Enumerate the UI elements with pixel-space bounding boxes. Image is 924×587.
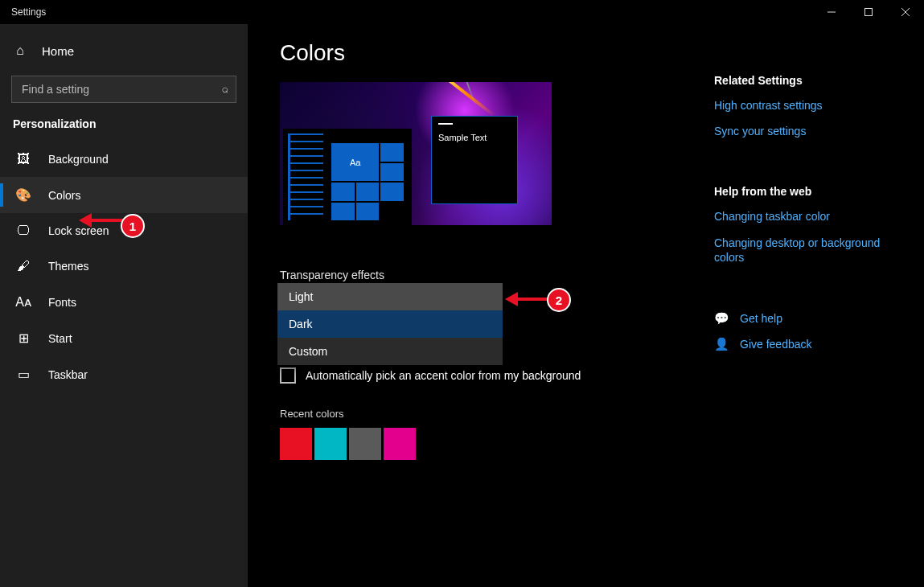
preview-start-panel: Aa [283,129,412,225]
fonts-icon: Aᴀ [16,294,31,310]
recent-color-swatch[interactable] [384,428,416,460]
app-name: Settings [11,6,46,18]
recent-color-swatch[interactable] [349,428,381,460]
search-input[interactable] [11,76,236,103]
sidebar-item-fonts[interactable]: AᴀFonts [0,284,248,320]
get-help-row[interactable]: 💬 Get help [714,311,907,326]
themes-icon: 🖌 [16,259,31,273]
annotation-badge-2: 2 [547,288,571,312]
feedback-icon: 👤 [714,337,729,351]
start-icon: ⊞ [16,330,31,346]
give-feedback-row[interactable]: 👤 Give feedback [714,337,907,351]
sidebar-item-label: Start [48,332,72,345]
minimize-button[interactable] [813,0,850,24]
image-icon: 🖼 [16,152,31,166]
sidebar-item-background[interactable]: 🖼Background [0,142,248,177]
palette-icon: 🎨 [16,187,31,203]
recent-color-swatch[interactable] [314,428,347,460]
web-help-link[interactable]: Changing desktop or background colors [714,236,907,265]
preview-sample-text: Sample Text [438,133,511,142]
sidebar-item-start[interactable]: ⊞Start [0,320,248,356]
home-nav[interactable]: ⌂ Home [0,35,248,66]
color-mode-option-custom[interactable]: Custom [277,338,503,365]
give-feedback-link[interactable]: Give feedback [740,337,812,351]
recent-colors-label: Recent colors [280,408,698,420]
related-link[interactable]: High contrast settings [714,98,907,113]
home-icon: ⌂ [13,43,27,58]
preview-sample-window: Sample Text [431,116,518,204]
color-mode-option-light[interactable]: Light [277,283,503,310]
sidebar-item-taskbar[interactable]: ▭Taskbar [0,356,248,392]
close-button[interactable] [887,0,924,24]
sidebar-item-colors[interactable]: 🎨Colors [0,177,248,213]
search-wrap: ⌕ [11,76,236,103]
preview-tile-aa: Aa [331,143,379,181]
sidebar-item-themes[interactable]: 🖌Themes [0,248,248,284]
chat-icon: 💬 [714,311,729,326]
aside-column: Related Settings High contrast settingsS… [714,40,907,587]
taskbar-icon: ▭ [16,367,31,382]
color-mode-dropdown[interactable]: LightDarkCustom [277,283,503,365]
auto-accent-checkbox[interactable] [280,367,296,384]
page-title: Colors [280,40,698,66]
lock-screen-icon: 🖵 [16,224,31,238]
auto-accent-label: Automatically pick an accent color from … [306,369,581,382]
recent-colors [280,428,698,460]
title-bar: Settings [0,0,924,24]
sidebar-item-label: Themes [48,260,89,273]
recent-color-swatch[interactable] [280,428,312,460]
svg-rect-1 [865,9,873,16]
sidebar-item-label: Taskbar [48,368,88,381]
sidebar-item-label: Colors [48,189,80,202]
related-link[interactable]: Sync your settings [714,124,907,138]
sidebar-item-label: Background [48,153,109,166]
search-icon: ⌕ [222,82,228,95]
nav-list: 🖼Background🎨Colors🖵Lock screen🖌ThemesAᴀF… [0,142,248,392]
category-heading: Personalization [0,117,248,142]
maximize-button[interactable] [850,0,887,24]
sidebar: ⌂ Home ⌕ Personalization 🖼Background🎨Col… [0,24,248,587]
home-label: Home [42,44,74,58]
web-help-heading: Help from the web [714,185,907,198]
settings-window: Settings ⌂ Home ⌕ Personalization [0,0,924,587]
window-controls [813,0,924,24]
sidebar-item-label: Fonts [48,296,76,309]
color-preview: Aa Sample Text [280,82,552,240]
get-help-link[interactable]: Get help [740,311,782,326]
annotation-badge-1: 1 [121,214,145,238]
color-mode-option-dark[interactable]: Dark [277,310,503,338]
web-help-link[interactable]: Changing taskbar color [714,209,907,224]
transparency-label: Transparency effects [280,269,698,281]
related-heading: Related Settings [714,74,907,87]
